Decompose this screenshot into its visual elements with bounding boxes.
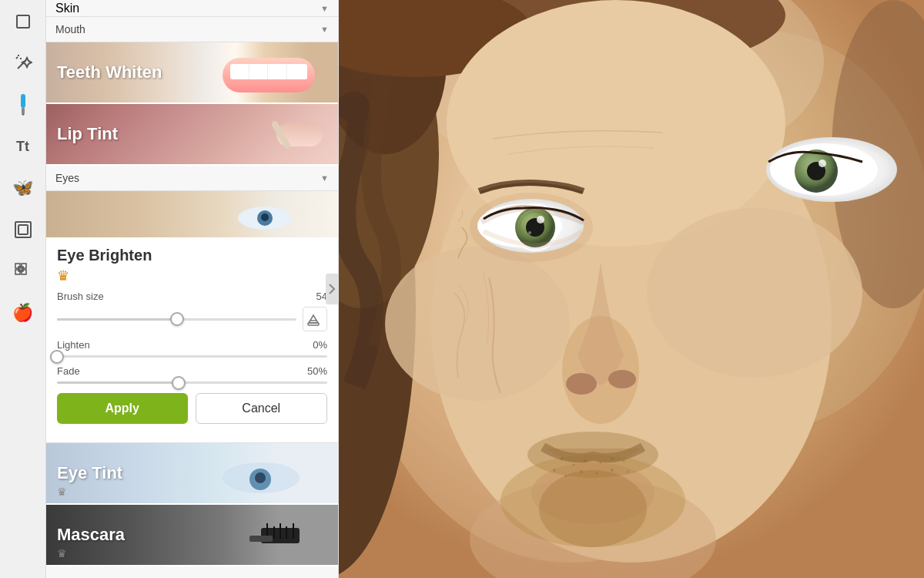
fade-thumb[interactable] xyxy=(172,376,186,390)
svg-rect-5 xyxy=(21,94,25,108)
lighten-row: Lighten 0% xyxy=(57,339,327,351)
svg-point-53 xyxy=(539,470,647,547)
eyes-arrow-icon: ▼ xyxy=(320,173,329,183)
butterfly-icon[interactable]: 🦋 xyxy=(9,174,37,202)
svg-point-30 xyxy=(647,208,862,378)
teeth-whiten-label: Teeth Whiten xyxy=(46,42,338,102)
fade-track[interactable] xyxy=(57,381,327,384)
skin-category-label: Skin xyxy=(55,2,79,15)
action-buttons: Apply Cancel xyxy=(57,393,327,424)
svg-point-63 xyxy=(596,472,598,475)
svg-rect-10 xyxy=(15,264,20,268)
mouth-category-label: Mouth xyxy=(55,23,85,35)
svg-point-59 xyxy=(623,460,625,462)
svg-point-61 xyxy=(565,476,567,478)
eye-tint-crown-icon: ♛ xyxy=(57,486,67,498)
svg-point-64 xyxy=(611,469,614,472)
brush-size-slider-container xyxy=(57,307,327,331)
pattern-icon[interactable] xyxy=(9,257,37,285)
mouth-category-dropdown[interactable]: Mouth ▼ xyxy=(46,17,338,42)
main-canvas[interactable] xyxy=(339,0,924,578)
svg-point-60 xyxy=(553,469,556,472)
svg-rect-9 xyxy=(18,225,28,234)
brush-size-value: 54 xyxy=(296,291,327,302)
skin-arrow-icon: ▼ xyxy=(320,4,329,13)
eyes-category-dropdown[interactable]: Eyes ▼ xyxy=(46,166,338,191)
svg-point-42 xyxy=(528,231,531,234)
lighten-thumb[interactable] xyxy=(50,350,64,364)
text-tool-icon[interactable]: Tt xyxy=(9,133,37,160)
mascara-card[interactable]: Mascara ♛ xyxy=(46,505,338,566)
svg-point-55 xyxy=(573,464,575,466)
svg-point-58 xyxy=(611,457,614,460)
apply-button[interactable]: Apply xyxy=(57,393,188,424)
lip-tint-card[interactable]: Lip Tint xyxy=(46,104,338,166)
svg-rect-16 xyxy=(308,323,319,325)
fade-slider-container xyxy=(57,381,327,384)
mouth-arrow-icon: ▼ xyxy=(320,25,329,34)
brush-size-row: Brush size 54 xyxy=(57,291,327,302)
brush-size-thumb[interactable] xyxy=(170,312,184,326)
svg-marker-7 xyxy=(22,114,25,116)
svg-point-48 xyxy=(819,160,826,167)
lighten-value: 0% xyxy=(296,339,327,351)
svg-line-2 xyxy=(16,57,18,59)
svg-point-32 xyxy=(566,373,597,395)
svg-point-65 xyxy=(627,471,629,473)
svg-point-56 xyxy=(584,459,587,462)
lighten-track[interactable] xyxy=(57,355,327,358)
svg-rect-6 xyxy=(22,108,25,114)
svg-rect-0 xyxy=(17,15,29,28)
lighten-slider-container xyxy=(57,355,327,358)
eye-brighten-expanded-panel: Eye Brighten ♛ Brush size 54 xyxy=(46,191,338,443)
eye-brighten-controls: Eye Brighten ♛ Brush size 54 xyxy=(46,237,338,442)
cancel-button[interactable]: Cancel xyxy=(196,393,328,424)
left-toolbar: Tt 🦋 🍎 xyxy=(0,0,46,578)
svg-rect-11 xyxy=(22,264,26,268)
brush-eraser-button[interactable] xyxy=(303,307,327,331)
svg-rect-12 xyxy=(15,270,20,274)
mascara-crown-icon: ♛ xyxy=(57,547,67,560)
premium-crown-icon: ♛ xyxy=(57,267,327,284)
eye-tint-label: Eye Tint xyxy=(46,443,338,503)
scroll-right-arrow[interactable] xyxy=(326,274,338,304)
eye-brighten-header[interactable] xyxy=(46,191,338,237)
tube-brush-icon[interactable] xyxy=(9,91,37,119)
brush-size-label: Brush size xyxy=(57,291,296,302)
mascara-label: Mascara xyxy=(46,505,338,565)
crop-tool-icon[interactable] xyxy=(9,8,37,35)
svg-point-29 xyxy=(385,247,570,401)
eye-tint-card[interactable]: Eye Tint ♛ xyxy=(46,443,338,505)
fade-row: Fade 50% xyxy=(57,365,327,377)
svg-point-41 xyxy=(537,216,544,223)
fade-value: 50% xyxy=(296,365,327,377)
svg-point-62 xyxy=(580,470,583,473)
frame-icon[interactable] xyxy=(9,216,37,244)
eyes-category-label: Eyes xyxy=(55,172,79,184)
lighten-label: Lighten xyxy=(57,339,296,351)
brush-size-track[interactable] xyxy=(57,318,296,321)
teeth-whiten-card[interactable]: Teeth Whiten xyxy=(46,42,338,104)
svg-rect-14 xyxy=(18,267,23,271)
skin-category-dropdown[interactable]: Skin ▼ xyxy=(46,0,338,17)
side-panel: Skin ▼ Mouth ▼ Teeth Whiten xyxy=(46,0,339,578)
magic-wand-icon[interactable] xyxy=(9,49,37,77)
svg-point-33 xyxy=(608,370,636,388)
lip-tint-label: Lip Tint xyxy=(46,104,338,164)
apple-sticker-icon[interactable]: 🍎 xyxy=(9,299,37,327)
svg-rect-13 xyxy=(22,270,26,274)
eye-brighten-title: Eye Brighten xyxy=(57,247,327,264)
svg-point-54 xyxy=(561,457,564,460)
svg-point-57 xyxy=(600,462,602,464)
